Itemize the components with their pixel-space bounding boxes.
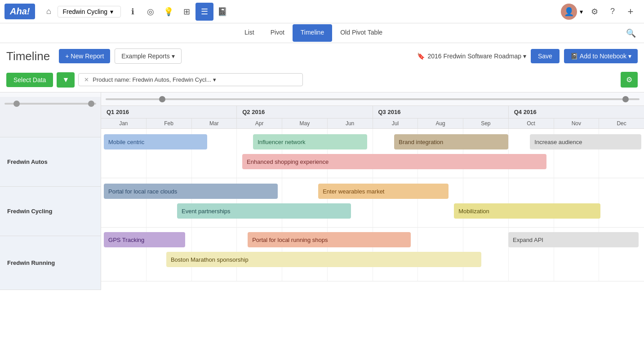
- gantt-row-running: GPS Tracking Portal for local running sh…: [101, 228, 644, 281]
- avatar[interactable]: 👤: [561, 4, 577, 20]
- month-oct: Oct: [509, 119, 554, 128]
- gantt-area: Q1 2016 Q2 2016 Q3 2016 Q4 2016 Jan Feb …: [101, 92, 644, 290]
- search-icon[interactable]: 🔍: [622, 26, 640, 40]
- gantt-slider-right[interactable]: [622, 96, 629, 102]
- page-title: Timeline: [6, 49, 50, 63]
- notebook-icon: 📓: [570, 53, 578, 60]
- nav-home-icon[interactable]: ⌂: [40, 3, 58, 21]
- sub-nav-tabs: List Pivot Timeline Old Pivot Table: [236, 24, 391, 42]
- quarter-q1: Q1 2016: [101, 106, 237, 118]
- month-may: May: [282, 119, 328, 128]
- quarter-q2: Q2 2016: [237, 106, 373, 118]
- quarter-q4: Q4 2016: [509, 106, 644, 118]
- timeline-container: Fredwin Autos Fredwin Cycling Fredwin Ru…: [0, 92, 644, 290]
- month-row: Jan Feb Mar Apr May Jun Jul Aug Sep Oct …: [101, 119, 644, 128]
- month-jan: Jan: [101, 119, 147, 128]
- month-aug: Aug: [418, 119, 463, 128]
- product-name: Fredwin Cycling: [62, 8, 107, 15]
- group-label-autos: Fredwin Autos: [7, 158, 48, 165]
- tab-pivot[interactable]: Pivot: [262, 24, 293, 42]
- filter-toggle-button[interactable]: ▼: [57, 72, 75, 88]
- new-report-button[interactable]: + New Report: [59, 49, 110, 63]
- bar-gps-tracking[interactable]: GPS Tracking: [104, 232, 185, 247]
- gantt-row-cycling: Portal for local race clouds Enter weara…: [101, 178, 644, 228]
- bar-enhanced-shopping[interactable]: Enhanced shopping experience: [242, 154, 546, 169]
- gantt-row-autos: Mobile centric Influencer network Brand …: [101, 129, 644, 178]
- row-labels: Fredwin Autos Fredwin Cycling Fredwin Ru…: [0, 92, 101, 290]
- bar-event-partnerships[interactable]: Event partnerships: [177, 203, 351, 219]
- bar-influencer-network[interactable]: Influencer network: [253, 134, 367, 149]
- month-dec: Dec: [599, 119, 644, 128]
- bar-enter-wearables[interactable]: Enter wearables market: [318, 184, 449, 199]
- add-to-notebook-label: Add to Notebook ▾: [580, 53, 631, 60]
- nav-book-icon[interactable]: 📓: [213, 3, 231, 21]
- roadmap-selector[interactable]: 🔖 2016 Fredwin Software Roadmap ▾: [417, 53, 526, 60]
- bar-portal-running-shops[interactable]: Portal for local running shops: [248, 232, 410, 247]
- row-label-header: [0, 97, 101, 137]
- nav-grid-icon[interactable]: ⊞: [178, 3, 195, 21]
- gantt-header: Q1 2016 Q2 2016 Q3 2016 Q4 2016 Jan Feb …: [101, 106, 644, 129]
- product-dropdown-icon: ▾: [110, 8, 113, 15]
- gantt-slider-left[interactable]: [159, 96, 165, 102]
- nav-bulb-icon[interactable]: 💡: [160, 3, 178, 21]
- month-apr: Apr: [237, 119, 282, 128]
- top-nav: Aha! ⌂ Fredwin Cycling ▾ ℹ ◎ 💡 ⊞ ☰ 📓 👤 ▾…: [0, 0, 644, 23]
- row-label-fredwin-cycling: Fredwin Cycling: [0, 187, 101, 236]
- filter-close-icon[interactable]: ✕: [84, 76, 89, 83]
- bookmark-icon: 🔖: [417, 53, 425, 60]
- quarter-q3: Q3 2016: [373, 106, 509, 118]
- bar-portal-race-clouds[interactable]: Portal for local race clouds: [104, 184, 278, 199]
- timeline-settings-button[interactable]: ⚙: [621, 72, 638, 88]
- month-jul: Jul: [373, 119, 418, 128]
- bar-boston-marathon[interactable]: Boston Marathon sponsorship: [166, 252, 481, 267]
- group-label-running: Fredwin Running: [7, 259, 55, 266]
- example-reports-button[interactable]: Example Reports ▾: [115, 48, 181, 64]
- filter-tag[interactable]: ✕ Product name: Fredwin Autos, Fredwin C…: [78, 73, 303, 86]
- product-selector[interactable]: Fredwin Cycling ▾: [58, 6, 121, 18]
- month-jun: Jun: [328, 119, 373, 128]
- slider-thumb-right[interactable]: [88, 101, 94, 107]
- nav-info-icon[interactable]: ℹ: [124, 3, 142, 21]
- month-feb: Feb: [147, 119, 192, 128]
- avatar-dropdown[interactable]: ▾: [580, 8, 583, 15]
- gantt-slider-track[interactable]: [106, 98, 640, 100]
- group-label-cycling: Fredwin Cycling: [7, 208, 52, 215]
- row-label-fredwin-running: Fredwin Running: [0, 236, 101, 290]
- filter-tag-label: Product name: Fredwin Autos, Fredwin Cyc…: [93, 76, 216, 83]
- month-mar: Mar: [192, 119, 237, 128]
- row-label-fredwin-autos: Fredwin Autos: [0, 137, 101, 187]
- toolbar: Timeline + New Report Example Reports ▾ …: [0, 43, 644, 69]
- nav-target-icon[interactable]: ◎: [142, 3, 160, 21]
- sub-nav: List Pivot Timeline Old Pivot Table 🔍: [0, 23, 644, 43]
- bar-expand-api[interactable]: Expand API: [508, 232, 639, 247]
- slider-thumb-left[interactable]: [13, 101, 20, 107]
- tab-old-pivot[interactable]: Old Pivot Table: [332, 24, 391, 42]
- tab-list[interactable]: List: [236, 24, 262, 42]
- bar-mobilization[interactable]: Mobilization: [454, 203, 600, 219]
- select-data-button[interactable]: Select Data: [6, 73, 53, 87]
- month-nov: Nov: [554, 119, 600, 128]
- bar-increase-audience[interactable]: Increase audience: [530, 134, 641, 149]
- app-logo[interactable]: Aha!: [4, 4, 35, 19]
- help-icon[interactable]: ?: [604, 3, 622, 21]
- settings-icon[interactable]: ⚙: [586, 3, 604, 21]
- tab-timeline[interactable]: Timeline: [293, 24, 332, 42]
- roadmap-label: 2016 Fredwin Software Roadmap ▾: [427, 53, 526, 60]
- bar-brand-integration[interactable]: Brand integration: [394, 134, 508, 149]
- slider-track[interactable]: [4, 103, 96, 105]
- bar-mobile-centric[interactable]: Mobile centric: [104, 134, 207, 149]
- month-sep: Sep: [463, 119, 509, 128]
- add-icon[interactable]: +: [622, 3, 640, 21]
- quarter-row: Q1 2016 Q2 2016 Q3 2016 Q4 2016: [101, 106, 644, 119]
- slider-row: [101, 92, 644, 106]
- filter-bar: Select Data ▼ ✕ Product name: Fredwin Au…: [0, 69, 644, 92]
- save-button[interactable]: Save: [531, 49, 560, 63]
- add-to-notebook-button[interactable]: 📓 Add to Notebook ▾: [564, 49, 638, 63]
- nav-list-icon[interactable]: ☰: [195, 3, 213, 21]
